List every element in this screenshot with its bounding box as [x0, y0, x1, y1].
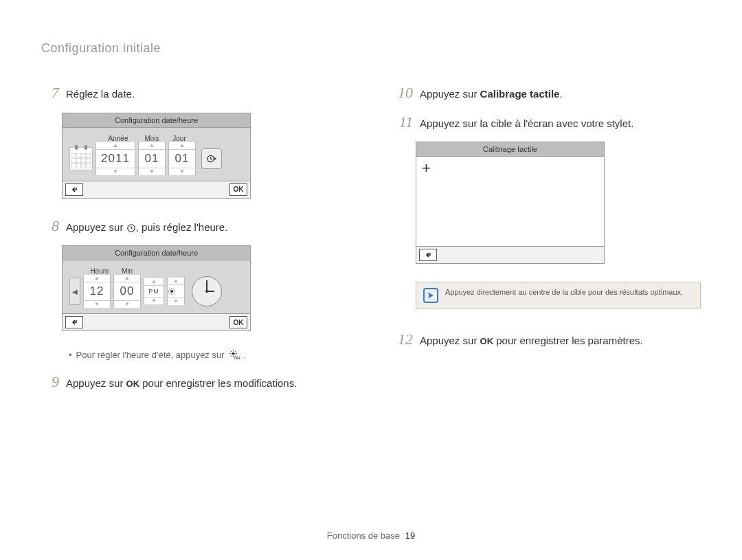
step-number: 12 — [395, 330, 413, 350]
svg-line-7 — [170, 289, 170, 290]
screen-title: Calibrage tactile — [416, 142, 604, 157]
back-button[interactable] — [65, 316, 83, 328]
svg-line-16 — [230, 351, 231, 352]
svg-point-11 — [232, 352, 234, 355]
left-column: 7 Réglez la date. Configuration date/heu… — [41, 83, 347, 402]
info-icon — [423, 288, 438, 303]
svg-text:OFF: OFF — [234, 357, 240, 360]
svg-line-18 — [235, 351, 236, 352]
ok-button[interactable]: OK — [229, 316, 247, 328]
hour-value: 12 — [84, 282, 110, 301]
hour-spinner[interactable]: ▲ 12 ▼ — [83, 275, 111, 308]
step-text: Appuyez sur la cible à l'écran avec votr… — [420, 117, 701, 131]
analog-clock[interactable] — [192, 276, 222, 306]
note-text: Appuyez directement au centre de la cibl… — [445, 288, 683, 296]
step-text: Réglez la date. — [66, 87, 347, 101]
time-config-screen: Configuration date/heure Heure Min ◀ ▲ 1… — [62, 245, 251, 331]
label-hour: Heure — [86, 267, 113, 275]
ampm-spinner[interactable]: ▲ PM ▼ — [144, 278, 164, 304]
day-value: 01 — [169, 149, 195, 168]
svg-point-2 — [170, 290, 173, 293]
month-spinner[interactable]: ▲ 01 ▼ — [138, 142, 166, 175]
ok-icon: OK — [480, 336, 494, 348]
year-value: 2011 — [96, 149, 135, 168]
dst-icon — [168, 284, 184, 298]
label-day: Jour — [166, 135, 193, 142]
label-month: Mois — [138, 135, 166, 142]
step-9: 9 Appuyez sur OK pour enregistrer les mo… — [41, 372, 347, 392]
step-text: Appuyez sur OK pour enregistrer les para… — [420, 334, 701, 348]
step-number: 9 — [41, 372, 59, 392]
svg-line-10 — [170, 293, 170, 294]
minute-value: 00 — [114, 282, 140, 301]
label-min: Min — [113, 267, 141, 275]
date-config-screen: Configuration date/heure Année Mois Jour… — [62, 113, 251, 199]
step-7: 7 Réglez la date. — [41, 83, 347, 103]
page-footer: Fonctions de base 19 — [0, 530, 742, 541]
ampm-value: PM — [144, 285, 164, 298]
step-number: 8 — [41, 216, 59, 236]
breadcrumb: Configuration initiale — [41, 41, 701, 56]
clock-icon — [126, 223, 136, 233]
dst-off-icon: OFF — [229, 349, 240, 360]
ok-button[interactable]: OK — [229, 183, 247, 196]
year-spinner[interactable]: ▲ 2011 ▼ — [95, 142, 135, 175]
label-year: Année — [98, 135, 138, 142]
svg-line-19 — [230, 356, 231, 357]
screen-title: Configuration date/heure — [63, 246, 250, 260]
step-number: 10 — [395, 83, 413, 103]
switch-to-time-button[interactable] — [201, 148, 222, 169]
step-number: 7 — [41, 83, 59, 103]
screen-title: Configuration date/heure — [63, 113, 250, 128]
month-value: 01 — [139, 149, 165, 168]
step-10: 10 Appuyez sur Calibrage tactile. — [395, 83, 701, 103]
dst-note: Pour régler l'heure d'été, appuyez sur O… — [69, 349, 347, 360]
calibration-target-icon[interactable]: + — [422, 161, 431, 176]
dst-spinner[interactable]: ▲ ▼ — [167, 278, 185, 305]
day-spinner[interactable]: ▲ 01 ▼ — [168, 142, 196, 175]
step-text: Appuyez sur Calibrage tactile. — [420, 87, 701, 101]
step-8: 8 Appuyez sur , puis réglez l'heure. — [41, 216, 347, 236]
calendar-icon — [69, 147, 93, 170]
step-number: 11 — [395, 113, 413, 133]
step-text: Appuyez sur OK pour enregistrer les modi… — [66, 377, 347, 390]
back-button[interactable] — [419, 249, 437, 261]
svg-line-8 — [174, 293, 175, 294]
calibration-screen: Calibrage tactile + — [416, 142, 605, 264]
right-column: 10 Appuyez sur Calibrage tactile. 11 App… — [395, 83, 701, 402]
ok-icon: OK — [126, 379, 140, 390]
svg-line-9 — [174, 289, 175, 290]
step-12: 12 Appuyez sur OK pour enregistrer les p… — [395, 330, 701, 350]
back-button[interactable] — [65, 183, 83, 196]
step-11: 11 Appuyez sur la cible à l'écran avec v… — [395, 113, 701, 133]
info-note: Appuyez directement au centre de la cibl… — [416, 282, 701, 309]
minute-spinner[interactable]: ▲ 00 ▼ — [113, 275, 141, 308]
step-text: Appuyez sur , puis réglez l'heure. — [66, 221, 347, 234]
prev-button[interactable]: ◀ — [69, 278, 80, 305]
